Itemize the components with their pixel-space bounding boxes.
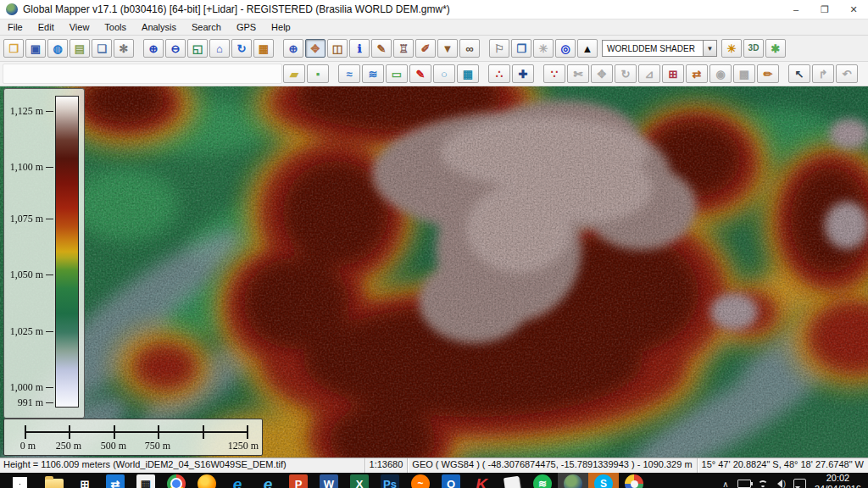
digitizer-create-point-button[interactable]: ▪ bbox=[307, 64, 329, 83]
full-view-button[interactable]: ◱ bbox=[187, 39, 208, 58]
menu-search[interactable]: Search bbox=[184, 19, 229, 35]
configure-button[interactable]: ✻ bbox=[114, 39, 134, 58]
taskbar-internet-explorer[interactable]: e bbox=[253, 473, 283, 488]
menu-tools[interactable]: Tools bbox=[97, 19, 134, 35]
toolbar-separator[interactable] bbox=[536, 64, 542, 83]
digitizer-insert-vertex-button[interactable]: ✚ bbox=[512, 64, 534, 83]
control-center-button[interactable]: ❏ bbox=[92, 39, 112, 58]
chevron-down-icon[interactable]: ▼ bbox=[703, 41, 716, 56]
taskbar-notes[interactable] bbox=[497, 473, 527, 488]
minimize-button[interactable]: – bbox=[782, 0, 810, 19]
pan-tool-button[interactable]: ✥ bbox=[305, 39, 326, 58]
digitizer-create-points-from-vertices-button[interactable]: ∴ bbox=[488, 64, 510, 83]
toolbar-separator[interactable] bbox=[481, 39, 487, 58]
menu-edit[interactable]: Edit bbox=[31, 19, 62, 35]
lidar-toolbar-button[interactable]: ✳ bbox=[533, 39, 554, 58]
zoom-tool-button[interactable]: ⊕ bbox=[283, 39, 303, 58]
feature-info-button[interactable]: ℹ bbox=[349, 39, 370, 58]
toolbar-separator[interactable] bbox=[781, 64, 787, 83]
taskbar-teamviewer[interactable]: ⇄ bbox=[100, 473, 131, 488]
path-profile-button[interactable]: ✐ bbox=[415, 39, 436, 58]
zoom-in-button[interactable]: ⊕ bbox=[143, 39, 164, 58]
wifi-icon[interactable] bbox=[754, 473, 772, 488]
vertex-select-tool-button[interactable]: ↖ bbox=[788, 64, 810, 83]
open-file-button[interactable]: ❒ bbox=[3, 39, 24, 58]
digitizer-create-circle-button[interactable]: ○ bbox=[433, 64, 455, 83]
view-3d-button[interactable]: ❐ bbox=[511, 39, 531, 58]
digitizer-combine-features-button[interactable]: ⊞ bbox=[662, 64, 684, 83]
menu-analysis[interactable]: Analysis bbox=[134, 19, 184, 35]
download-online-data-button[interactable]: ◍ bbox=[47, 39, 68, 58]
taskbar-clock[interactable]: 20:02 24/04/2016 bbox=[810, 473, 868, 488]
taskbar-spotify[interactable]: ≋ bbox=[527, 473, 558, 488]
toolbar-separator[interactable] bbox=[481, 64, 487, 83]
menu-file[interactable]: File bbox=[0, 19, 31, 35]
taskbar-file-explorer[interactable] bbox=[39, 473, 70, 488]
redraw-button[interactable]: ↻ bbox=[231, 39, 252, 58]
tray-chevron-up-icon[interactable]: ∧ bbox=[716, 473, 735, 488]
flag-marker-button[interactable]: ⚐ bbox=[489, 39, 509, 58]
shader-dropdown[interactable]: WORLDDEM SHADER ▼ bbox=[602, 40, 717, 57]
digitizer-create-freehand-button[interactable]: ≋ bbox=[362, 64, 384, 83]
open-data-file-button[interactable]: ▤ bbox=[70, 39, 90, 58]
digitizer-trace-button[interactable]: ✏ bbox=[757, 64, 779, 83]
taskbar-powerpoint[interactable]: P bbox=[283, 473, 314, 488]
gps-tracking-button[interactable]: ◎ bbox=[555, 39, 576, 58]
toolbar-separator[interactable] bbox=[136, 39, 142, 58]
action-center-icon[interactable] bbox=[791, 473, 810, 488]
digitizer-reverse-line-button[interactable]: ⇄ bbox=[686, 64, 708, 83]
taskbar-edge[interactable]: e bbox=[222, 473, 253, 488]
terrain-3d-button[interactable]: 3D bbox=[743, 39, 764, 58]
lidar-3d-button[interactable]: ✱ bbox=[765, 39, 786, 58]
taskbar-firefox[interactable] bbox=[192, 473, 222, 488]
restore-button[interactable]: ❐ bbox=[810, 0, 839, 19]
digitizer-scale-features-button[interactable]: ⊿ bbox=[638, 64, 660, 83]
search-binoculars-button[interactable]: ∞ bbox=[459, 39, 480, 58]
digitizer-create-cad-button[interactable]: ✎ bbox=[409, 64, 431, 83]
taskbar-outlook[interactable]: O bbox=[436, 473, 466, 488]
close-button[interactable]: ✕ bbox=[839, 0, 868, 19]
view-shed-tower-button[interactable]: ♖ bbox=[393, 39, 414, 58]
battery-icon[interactable] bbox=[735, 473, 754, 488]
taskbar-paint[interactable] bbox=[619, 473, 649, 488]
north-arrow-button[interactable]: ▲ bbox=[577, 39, 598, 58]
taskbar-skype[interactable]: S bbox=[588, 473, 619, 488]
digitizer-tool-button[interactable]: ✎ bbox=[371, 39, 392, 58]
taskbar-store[interactable]: ⊞ bbox=[70, 473, 100, 488]
start-button[interactable] bbox=[0, 473, 39, 488]
offset-vertex-button[interactable]: ↱ bbox=[812, 64, 834, 83]
digitizer-move-features-button[interactable]: ✥ bbox=[591, 64, 613, 83]
menu-view[interactable]: View bbox=[62, 19, 97, 35]
digitizer-rotate-features-button[interactable]: ↻ bbox=[615, 64, 637, 83]
taskbar-photoshop[interactable]: Ps bbox=[375, 473, 405, 488]
volume-icon[interactable]: ) bbox=[772, 473, 791, 488]
digitizer-snapping-button[interactable]: ▩ bbox=[733, 64, 755, 83]
taskbar-kaspersky[interactable]: K bbox=[466, 473, 497, 488]
toolbar-separator[interactable] bbox=[275, 39, 281, 58]
measure-tool-button[interactable]: ◫ bbox=[327, 39, 348, 58]
digitizer-edit-vertices-button[interactable]: ∵ bbox=[543, 64, 565, 83]
menu-help[interactable]: Help bbox=[264, 19, 298, 35]
home-view-button[interactable]: ⌂ bbox=[209, 39, 230, 58]
digitizer-create-rectangle-button[interactable]: ▭ bbox=[386, 64, 408, 83]
flatten-terrain-button[interactable]: ▼ bbox=[437, 39, 458, 58]
taskbar-global-mapper[interactable] bbox=[558, 473, 588, 488]
save-button[interactable]: ▣ bbox=[25, 39, 46, 58]
digitizer-cut-features-button[interactable]: ✄ bbox=[567, 64, 589, 83]
map-view[interactable]: 1,125 m 1,100 m 1,075 m 1,050 m bbox=[0, 86, 868, 458]
tile-windows-button[interactable]: ▦ bbox=[253, 39, 274, 58]
digitizer-create-area-button[interactable]: ▰ bbox=[283, 64, 305, 83]
digitizer-create-line-button[interactable]: ≈ bbox=[338, 64, 360, 83]
taskbar-calculator[interactable]: ▦ bbox=[131, 473, 161, 488]
hillshade-toggle-button[interactable]: ☀ bbox=[721, 39, 742, 58]
digitizer-buffer-button[interactable]: ◉ bbox=[709, 64, 732, 83]
taskbar-aimp[interactable]: ~ bbox=[405, 473, 436, 488]
toolbar-separator[interactable] bbox=[331, 64, 337, 83]
taskbar-word[interactable]: W bbox=[314, 473, 344, 488]
zoom-out-button[interactable]: ⊖ bbox=[165, 39, 186, 58]
taskbar-excel[interactable]: X bbox=[344, 473, 375, 488]
undo-digitization-button[interactable]: ↶ bbox=[836, 64, 858, 83]
taskbar-chrome[interactable] bbox=[161, 473, 192, 488]
digitizer-create-grid-button[interactable]: ▦ bbox=[457, 64, 479, 83]
menu-gps[interactable]: GPS bbox=[229, 19, 264, 35]
